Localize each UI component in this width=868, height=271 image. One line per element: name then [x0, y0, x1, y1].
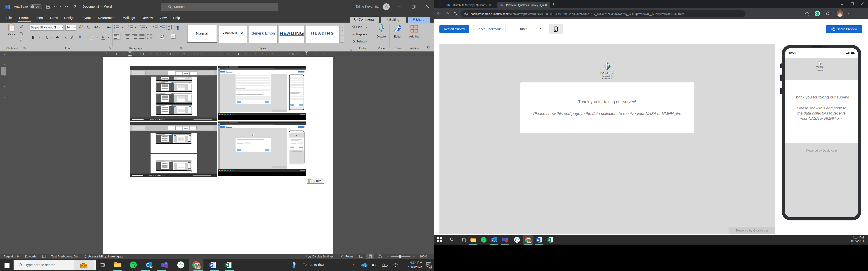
svg-text:PACIFIC: PACIFIC: [252, 137, 255, 138]
svg-text:A: A: [168, 25, 170, 27]
svg-text:▾: ▾: [153, 36, 154, 38]
svg-text:¶: ¶: [176, 25, 179, 31]
svg-text:2: 2: [183, 53, 185, 56]
svg-text:▾: ▾: [178, 36, 179, 38]
svg-text:▾: ▾: [166, 36, 167, 38]
svg-text:6: 6: [292, 53, 293, 56]
svg-text:1: 1: [156, 53, 158, 56]
svg-text:▾: ▾: [135, 27, 136, 29]
svg-text:▾: ▾: [146, 27, 147, 29]
svg-text:3: 3: [128, 29, 129, 31]
svg-text:i: i: [141, 29, 142, 31]
svg-text:4: 4: [238, 53, 239, 56]
svg-text:W: W: [5, 6, 8, 8]
svg-text:Z: Z: [168, 28, 169, 30]
svg-text:▾: ▾: [122, 27, 123, 29]
svg-text:3: 3: [211, 53, 212, 56]
svg-text:5: 5: [265, 53, 266, 56]
